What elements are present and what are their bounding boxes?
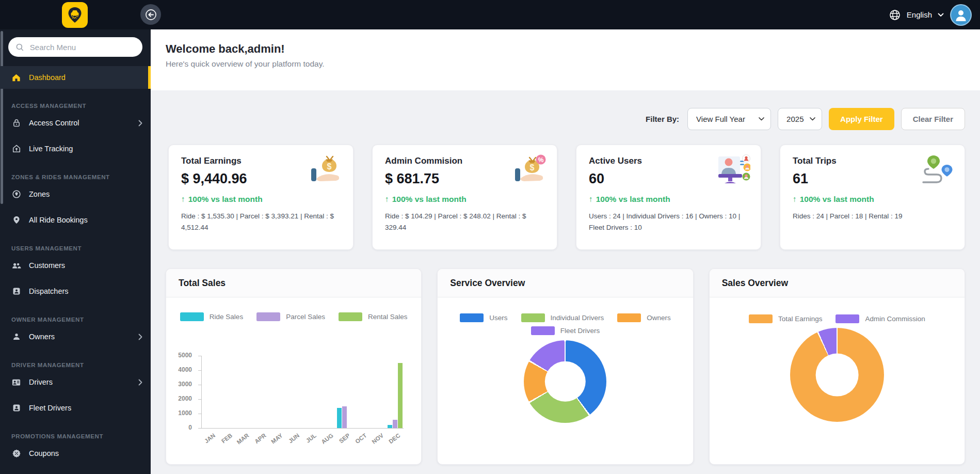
legend-swatch <box>339 312 362 321</box>
donut-legend-row-2: Fleet Drivers <box>438 326 693 335</box>
section-header-driver: DRIVER MANAGEMENT <box>0 362 151 368</box>
sidebar-item-label: Zones <box>29 190 50 198</box>
bar-plot-area <box>201 356 404 429</box>
sidebar-item-drivers[interactable]: Drivers <box>0 371 151 393</box>
lock-icon <box>11 118 21 128</box>
arrow-left-circle-icon <box>145 9 157 21</box>
chart-header: Service Overview <box>438 269 693 297</box>
app-logo[interactable] <box>62 2 88 28</box>
sidebar-item-label: Dispatchers <box>29 287 69 295</box>
sidebar-item-all-ride-bookings[interactable]: All Ride Bookings <box>0 209 151 231</box>
svg-text:$: $ <box>327 162 332 171</box>
sidebar-collapse-button[interactable] <box>140 4 161 25</box>
trip-route-pins-icon <box>921 154 954 185</box>
y-axis-labels: 010002000300040005000 <box>166 356 197 429</box>
sidebar-search[interactable] <box>8 37 142 57</box>
x-axis-labels: JANFEBMARAPRMAYJUNJULAUGSEPOCTNOVDEC <box>201 430 404 453</box>
legend-item-total-earnings[interactable]: Total Earnings <box>749 314 823 323</box>
legend-item-fleet-drivers[interactable]: Fleet Drivers <box>531 326 600 335</box>
section-header-access: ACCESS MANAGEMENT <box>0 103 151 109</box>
chevron-right-icon <box>138 120 142 127</box>
svg-text:$: $ <box>530 163 535 172</box>
year-select[interactable]: 2025 <box>778 108 822 130</box>
sales-overview-chart: Total Earnings Admin Commission <box>710 297 965 465</box>
legend-item-rental-sales[interactable]: Rental Sales <box>339 312 408 321</box>
dispatchers-badge-icon <box>11 287 21 296</box>
clear-filter-button[interactable]: Clear Filter <box>901 108 965 130</box>
trend-up-icon: ↑ <box>589 195 593 204</box>
language-selector[interactable]: English <box>889 9 944 21</box>
legend-item-individual-drivers[interactable]: Individual Drivers <box>521 313 604 322</box>
legend-swatch <box>256 312 280 321</box>
search-icon <box>15 42 24 52</box>
legend-swatch <box>521 313 545 322</box>
search-input[interactable] <box>29 42 135 52</box>
stat-trend: ↑100% vs last month <box>589 195 748 204</box>
donut-hole <box>815 354 858 397</box>
filter-bar: Filter By: View Full Year 2025 Apply Fil… <box>151 107 980 130</box>
sidebar-item-dashboard[interactable]: Dashboard <box>0 66 151 89</box>
welcome-banner: Welcome back,admin! Here's quick overvie… <box>151 29 980 90</box>
chart-header: Sales Overview <box>710 269 965 297</box>
stat-breakdown: Users : 24 | Individual Drivers : 16 | O… <box>589 211 748 233</box>
chart-title: Total Sales <box>179 278 226 289</box>
dashboard-page: English <box>0 0 980 474</box>
sidebar-item-dispatchers[interactable]: Dispatchers <box>0 280 151 303</box>
taxi-pin-logo-icon <box>66 6 84 24</box>
donut-hole <box>545 361 585 402</box>
legend-item-admin-commission[interactable]: Admin Commission <box>836 314 925 323</box>
page-title: Welcome back,admin! <box>166 42 980 56</box>
sidebar-item-label: Owners <box>29 333 55 341</box>
section-header-promotions: PROMOTIONS MANAGEMENT <box>0 433 151 439</box>
legend-item-users[interactable]: Users <box>460 313 507 322</box>
service-overview-card: Service Overview Users Individual Driver… <box>437 268 693 465</box>
sidebar-item-label: Access Control <box>29 119 79 127</box>
user-avatar[interactable] <box>950 4 972 26</box>
sidebar-item-coupons[interactable]: Coupons <box>0 442 151 465</box>
customers-icon <box>11 261 21 271</box>
sidebar-item-fleet-drivers[interactable]: Fleet Drivers <box>0 397 151 419</box>
sidebar-item-label: Customers <box>29 261 65 270</box>
home-icon <box>11 73 21 83</box>
chart-title: Service Overview <box>450 278 525 289</box>
stat-card-admin-commission: Admin Commision $ 681.75 ↑100% vs last m… <box>372 145 557 250</box>
sidebar-item-label: Dashboard <box>29 73 66 82</box>
sidebar-item-label: Coupons <box>29 449 59 457</box>
sidebar-item-owners[interactable]: Owners <box>0 325 151 348</box>
chevron-down-icon <box>759 117 764 121</box>
language-label: English <box>907 10 932 19</box>
period-select[interactable]: View Full Year <box>687 108 771 130</box>
stat-breakdown: Ride : $ 104.29 | Parcel : $ 248.02 | Re… <box>385 211 544 233</box>
apply-filter-button[interactable]: Apply Filter <box>829 108 894 130</box>
chevron-right-icon <box>138 379 142 386</box>
topbar: English <box>0 0 980 29</box>
legend-swatch <box>836 314 859 323</box>
stat-trend: ↑100% vs last month <box>793 195 952 204</box>
legend-item-parcel-sales[interactable]: Parcel Sales <box>256 312 325 321</box>
section-header-users: USERS MANAGEMENT <box>0 245 151 251</box>
active-users-icon <box>717 154 750 185</box>
legend-swatch <box>180 312 204 321</box>
stats-row: Total Earnings $ 9,440.96 ↑100% vs last … <box>168 145 965 250</box>
legend-item-ride-sales[interactable]: Ride Sales <box>180 312 243 321</box>
service-overview-donut <box>524 340 606 423</box>
legend-swatch <box>531 326 555 335</box>
legend-swatch <box>749 314 773 323</box>
sidebar-item-customers[interactable]: Customers <box>0 254 151 277</box>
owners-person-icon <box>11 332 21 342</box>
charts-row: Total Sales Ride Sales Parcel Sales <box>166 268 965 465</box>
chevron-right-icon <box>138 334 142 340</box>
stat-card-total-trips: Total Trips 61 ↑100% vs last month Rides… <box>780 145 965 250</box>
main-content: Welcome back,admin! Here's quick overvie… <box>151 29 980 474</box>
sidebar-item-access-control[interactable]: Access Control <box>0 112 151 134</box>
sidebar-item-zones[interactable]: Zones <box>0 183 151 206</box>
legend-item-owners[interactable]: Owners <box>617 313 671 322</box>
legend-swatch <box>460 313 484 322</box>
section-header-zones: ZONES & RIDES MANAGEMENT <box>0 174 151 180</box>
stat-breakdown: Rides : 24 | Parcel : 18 | Rental : 19 <box>793 211 952 222</box>
chart-title: Sales Overview <box>722 278 788 289</box>
sales-overview-donut <box>790 328 884 422</box>
live-tracking-icon <box>11 144 21 154</box>
donut-legend-row-1: Users Individual Drivers Owners <box>438 313 693 322</box>
sidebar-item-live-tracking[interactable]: Live Tracking <box>0 137 151 160</box>
